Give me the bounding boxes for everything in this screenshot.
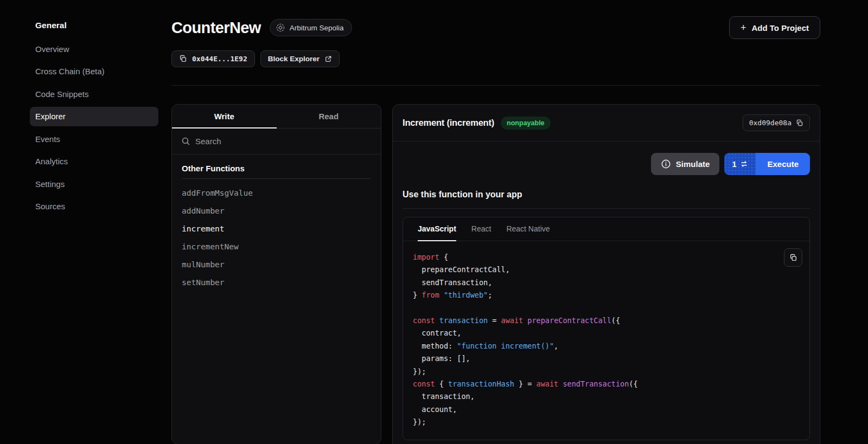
header-divider bbox=[171, 85, 820, 86]
tab-label: Read bbox=[318, 112, 339, 121]
sidebar-nav: Overview Cross Chain (Beta) Code Snippet… bbox=[30, 39, 158, 216]
function-section-divider bbox=[182, 178, 371, 179]
search-icon bbox=[181, 137, 190, 146]
sidebar-item-label: Code Snippets bbox=[35, 89, 88, 99]
contract-address-label: 0x044E...1E92 bbox=[192, 55, 247, 63]
function-name: mulNumber bbox=[182, 260, 225, 269]
function-detail-title: Increment (increment) bbox=[403, 118, 494, 128]
functions-panel: Write Read bbox=[171, 104, 381, 444]
copy-icon bbox=[796, 119, 803, 127]
function-list-body: Other Functions addFromMsgValue addNumbe… bbox=[172, 155, 381, 300]
function-name: addFromMsgValue bbox=[182, 189, 253, 197]
tab-label: Write bbox=[214, 112, 234, 121]
function-list-item[interactable]: setNumber bbox=[182, 273, 371, 291]
function-type-tab[interactable]: Write bbox=[172, 105, 277, 128]
function-detail-header: Increment (increment) nonpayable 0xd09de… bbox=[393, 105, 820, 141]
sidebar-item[interactable]: Settings bbox=[30, 174, 158, 194]
sidebar-item-label: Sources bbox=[35, 202, 65, 211]
write-read-tabs: Write Read bbox=[172, 105, 381, 128]
explorer-panels: Write Read bbox=[171, 104, 820, 444]
sidebar: General Overview Cross Chain (Beta) Code… bbox=[0, 0, 163, 444]
sidebar-item[interactable]: Events bbox=[30, 129, 158, 149]
mutability-badge: nonpayable bbox=[501, 117, 550, 130]
function-list-item[interactable]: addNumber bbox=[182, 202, 371, 220]
page-header: CounterNew Arbitrum Sepolia + Add To Pro… bbox=[171, 16, 820, 39]
function-selector-chip[interactable]: 0xd09de08a bbox=[743, 114, 810, 131]
sidebar-section-title: General bbox=[30, 16, 158, 35]
info-icon bbox=[661, 159, 671, 169]
add-to-project-label: Add To Project bbox=[751, 23, 809, 33]
function-search-input[interactable] bbox=[195, 137, 372, 146]
plus-icon: + bbox=[741, 23, 746, 33]
function-name: increment bbox=[182, 224, 225, 233]
function-selector-value: 0xd09de08a bbox=[749, 119, 792, 127]
sidebar-item-label: Events bbox=[35, 134, 60, 144]
execute-split-button: 1 Execute bbox=[724, 153, 810, 175]
code-tab-label: React bbox=[471, 224, 492, 233]
main-content: CounterNew Arbitrum Sepolia + Add To Pro… bbox=[163, 0, 868, 444]
sidebar-item[interactable]: Overview bbox=[30, 39, 158, 59]
contract-address-chip[interactable]: 0x044E...1E92 bbox=[171, 50, 255, 67]
sidebar-item[interactable]: Explorer bbox=[30, 107, 158, 126]
code-area: import { prepareContractCall, sendTransa… bbox=[403, 241, 809, 439]
function-list-item[interactable]: mulNumber bbox=[182, 255, 371, 273]
network-badge[interactable]: Arbitrum Sepolia bbox=[270, 19, 352, 36]
sidebar-item-label: Cross Chain (Beta) bbox=[35, 67, 105, 76]
action-row: Simulate 1 Execute bbox=[393, 141, 820, 175]
sidebar-item[interactable]: Cross Chain (Beta) bbox=[30, 62, 158, 81]
code-language-tab[interactable]: JavaScript bbox=[418, 217, 456, 241]
sidebar-item-label: Overview bbox=[35, 44, 69, 54]
function-list-item[interactable]: increment bbox=[182, 220, 371, 237]
function-name: incrementNew bbox=[182, 242, 239, 251]
page-title: CounterNew bbox=[171, 19, 261, 37]
sidebar-item-label: Settings bbox=[35, 179, 65, 189]
chain-icon bbox=[276, 23, 285, 33]
code-language-tabs: JavaScript React React Native bbox=[403, 217, 809, 241]
queue-count: 1 bbox=[732, 160, 736, 169]
function-section-title: Other Functions bbox=[182, 164, 371, 173]
add-to-project-button[interactable]: + Add To Project bbox=[729, 16, 820, 39]
usage-divider bbox=[403, 208, 810, 209]
function-detail-panel: Increment (increment) nonpayable 0xd09de… bbox=[392, 104, 820, 444]
network-badge-label: Arbitrum Sepolia bbox=[290, 24, 344, 32]
simulate-label: Simulate bbox=[676, 159, 710, 169]
sidebar-item[interactable]: Sources bbox=[30, 197, 158, 216]
swap-arrows-icon bbox=[740, 160, 748, 168]
code-tab-label: React Native bbox=[506, 224, 550, 233]
function-list-item[interactable]: incrementNew bbox=[182, 237, 371, 255]
app-root: General Overview Cross Chain (Beta) Code… bbox=[0, 0, 868, 444]
code-snippet-card: JavaScript React React Native bbox=[403, 217, 810, 440]
copy-code-button[interactable] bbox=[784, 248, 802, 267]
copy-icon bbox=[179, 55, 187, 63]
function-list-item[interactable]: addFromMsgValue bbox=[182, 184, 371, 202]
simulate-button[interactable]: Simulate bbox=[651, 153, 720, 175]
execute-button[interactable]: Execute bbox=[756, 153, 810, 175]
block-explorer-label: Block Explorer bbox=[268, 55, 320, 63]
code-language-tab[interactable]: React Native bbox=[506, 217, 550, 241]
code-snippet: import { prepareContractCall, sendTransa… bbox=[413, 251, 800, 429]
block-explorer-link[interactable]: Block Explorer bbox=[260, 50, 340, 67]
external-link-icon bbox=[324, 55, 332, 63]
sidebar-item[interactable]: Code Snippets bbox=[30, 84, 158, 104]
sidebar-item-label: Analytics bbox=[35, 157, 68, 166]
sidebar-item[interactable]: Analytics bbox=[30, 152, 158, 171]
usage-section-title: Use this function in your app bbox=[393, 175, 820, 208]
code-language-tab[interactable]: React bbox=[471, 217, 492, 241]
function-type-tab[interactable]: Read bbox=[277, 105, 381, 128]
function-list: addFromMsgValue addNumber increment bbox=[182, 184, 371, 291]
function-name: setNumber bbox=[182, 278, 225, 287]
copy-icon bbox=[789, 254, 797, 262]
function-search-row bbox=[172, 128, 381, 155]
code-tab-label: JavaScript bbox=[418, 224, 456, 233]
transaction-queue-button[interactable]: 1 bbox=[724, 153, 756, 175]
function-name: addNumber bbox=[182, 207, 225, 215]
contract-meta-row: 0x044E...1E92 Block Explorer bbox=[171, 50, 820, 67]
sidebar-item-label: Explorer bbox=[35, 112, 66, 121]
